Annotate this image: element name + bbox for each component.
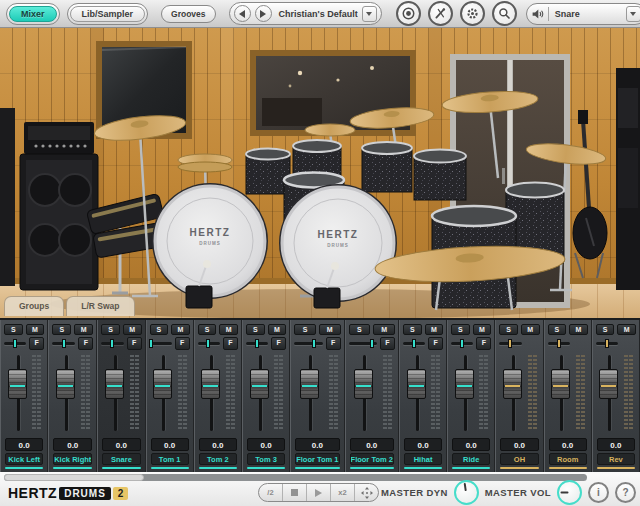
solo-button[interactable]: S [349, 324, 371, 335]
hihat-cymbal[interactable] [178, 154, 232, 172]
fx-button[interactable]: F [127, 337, 142, 350]
preset-dropdown-button[interactable] [362, 6, 377, 22]
channel-name[interactable]: Room [549, 453, 587, 465]
master-dyn-knob[interactable] [454, 480, 479, 505]
channel-name[interactable]: Floor Tom 2 [350, 453, 394, 465]
mute-button[interactable]: M [373, 324, 395, 335]
channel-name[interactable]: OH [500, 453, 538, 465]
solo-button[interactable]: S [499, 324, 518, 335]
fader-handle[interactable] [407, 369, 426, 399]
pan-slider[interactable] [246, 342, 268, 345]
channel-name[interactable]: Snare [102, 453, 140, 465]
solo-button[interactable]: S [150, 324, 169, 335]
preset-selector[interactable]: Christian's Default [229, 2, 382, 25]
pan-slider[interactable] [101, 342, 123, 345]
pan-handle[interactable] [508, 339, 512, 348]
channel-name[interactable]: Ride [452, 453, 490, 465]
fx-button[interactable]: F [223, 337, 238, 350]
pan-handle[interactable] [62, 339, 66, 348]
info-button[interactable]: i [588, 482, 609, 503]
channel-db-value[interactable]: 0.0 [597, 438, 635, 451]
pan-slider[interactable] [198, 342, 220, 345]
tab-mixer[interactable]: Mixer [9, 6, 57, 22]
gear-icon[interactable] [460, 1, 485, 26]
channel-db-value[interactable]: 0.0 [199, 438, 237, 451]
scrollbar-thumb[interactable] [4, 474, 144, 481]
move-button[interactable] [355, 484, 378, 501]
fader-handle[interactable] [8, 369, 27, 399]
solo-button[interactable]: S [596, 324, 615, 335]
splash-cymbal[interactable] [305, 124, 355, 136]
mute-button[interactable]: M [171, 324, 190, 335]
pan-handle[interactable] [149, 339, 153, 348]
fader-handle[interactable] [300, 369, 319, 399]
rack-tom-4[interactable] [414, 150, 466, 201]
fx-button[interactable]: F [476, 337, 491, 350]
pan-handle[interactable] [460, 339, 464, 348]
channel-db-value[interactable]: 0.0 [350, 438, 394, 451]
pan-slider[interactable] [4, 342, 26, 345]
solo-button[interactable]: S [198, 324, 217, 335]
mute-button[interactable]: M [26, 324, 45, 335]
fader-handle[interactable] [250, 369, 269, 399]
fader-handle[interactable] [201, 369, 220, 399]
pan-slider[interactable] [596, 342, 618, 345]
channel-db-value[interactable]: 0.0 [53, 438, 92, 451]
channel-db-value[interactable]: 0.0 [102, 438, 140, 451]
channel-name[interactable]: Kick Right [53, 453, 92, 465]
pan-handle[interactable] [13, 339, 17, 348]
channel-name[interactable]: Rev [597, 453, 635, 465]
preset-next-button[interactable] [255, 5, 272, 22]
channel-db-value[interactable]: 0.0 [151, 438, 189, 451]
solo-button[interactable]: S [4, 324, 23, 335]
mute-button[interactable]: M [268, 324, 287, 335]
fx-button[interactable]: F [78, 337, 93, 350]
tab-lr-swap[interactable]: L/R Swap [66, 296, 134, 316]
solo-button[interactable]: S [548, 324, 567, 335]
solo-button[interactable]: S [52, 324, 71, 335]
channel-name[interactable]: Floor Tom 1 [295, 453, 339, 465]
solo-button[interactable]: S [101, 324, 120, 335]
channel-db-value[interactable]: 0.0 [247, 438, 285, 451]
solo-button[interactable]: S [451, 324, 470, 335]
mute-button[interactable]: M [74, 324, 93, 335]
mute-button[interactable]: M [319, 324, 341, 335]
pan-slider[interactable] [451, 342, 473, 345]
pan-slider[interactable] [499, 342, 521, 345]
channel-name[interactable]: Hihat [404, 453, 442, 465]
channel-name[interactable]: Tom 2 [199, 453, 237, 465]
pan-handle[interactable] [312, 339, 316, 348]
pan-slider[interactable] [294, 342, 322, 345]
mute-button[interactable]: M [219, 324, 238, 335]
fx-button[interactable]: F [175, 337, 190, 350]
mute-button[interactable]: M [521, 324, 540, 335]
double-tempo-button[interactable]: x2 [331, 484, 355, 501]
half-tempo-button[interactable]: /2 [259, 484, 283, 501]
fader-handle[interactable] [455, 369, 474, 399]
mute-button[interactable]: M [123, 324, 142, 335]
tab-lib-sampler[interactable]: Lib/Sampler [70, 6, 146, 22]
mute-button[interactable]: M [425, 324, 444, 335]
pan-slider[interactable] [150, 342, 172, 345]
fader-handle[interactable] [599, 369, 618, 399]
pan-handle[interactable] [206, 339, 210, 348]
solo-button[interactable]: S [403, 324, 422, 335]
play-button[interactable] [307, 484, 331, 501]
pan-handle[interactable] [370, 339, 374, 348]
drumsticks-icon[interactable] [428, 1, 453, 26]
solo-button[interactable]: S [246, 324, 265, 335]
instrument-selector[interactable]: Snare [526, 3, 640, 25]
channel-db-value[interactable]: 0.0 [500, 438, 538, 451]
pan-handle[interactable] [605, 339, 609, 348]
preset-prev-button[interactable] [234, 5, 251, 22]
instrument-dropdown-button[interactable] [626, 6, 640, 22]
pan-handle[interactable] [412, 339, 416, 348]
fx-button[interactable]: F [326, 337, 341, 350]
fader-handle[interactable] [503, 369, 522, 399]
tab-groups[interactable]: Groups [4, 296, 64, 316]
mute-button[interactable]: M [473, 324, 492, 335]
pan-slider[interactable] [548, 342, 570, 345]
master-vol-knob[interactable] [557, 480, 582, 505]
solo-button[interactable]: S [294, 324, 316, 335]
stop-button[interactable] [283, 484, 307, 501]
